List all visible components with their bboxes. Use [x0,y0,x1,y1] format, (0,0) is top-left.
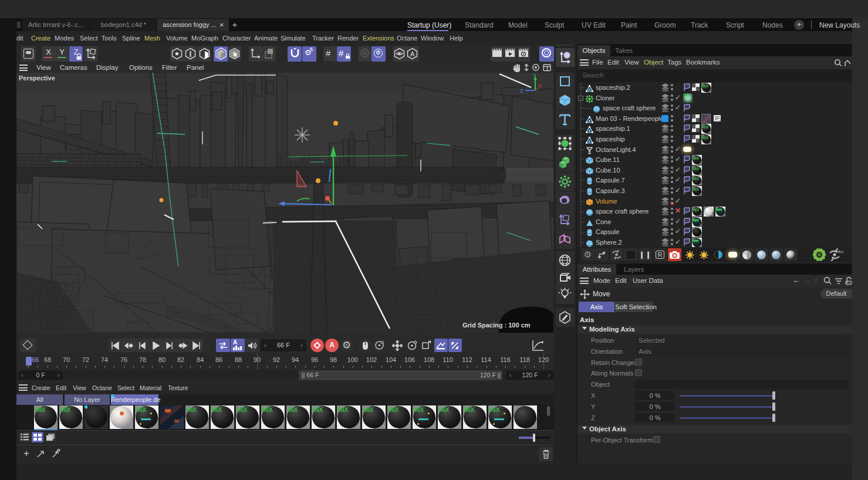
svg-text:A: A [410,50,415,58]
svg-text:X: X [538,83,542,89]
svg-text:Perspective: Perspective [19,75,55,82]
svg-text:HELP: HELP [837,250,843,253]
svg-text:Grid Spacing : 100 cm: Grid Spacing : 100 cm [462,322,531,329]
svg-text:Z: Z [520,88,523,94]
svg-text:Y: Y [533,73,536,79]
